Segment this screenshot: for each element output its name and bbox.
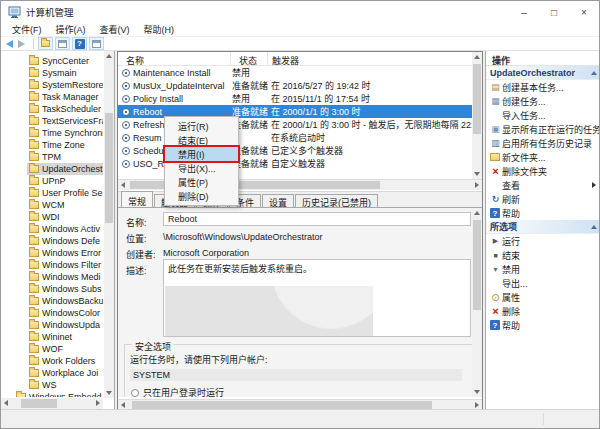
- context-menu-item[interactable]: 运行(R): [165, 119, 238, 133]
- scroll-down-icon[interactable]: [104, 388, 114, 398]
- tree-item-label: Workplace Joi: [42, 368, 98, 378]
- help-tool-button[interactable]: ?: [72, 37, 87, 50]
- action-item[interactable]: 显示所有正在运行的任务: [486, 122, 600, 136]
- task-row[interactable]: MusUx_UpdateInterval 准备就绪 在 2016/5/27 的 …: [118, 79, 472, 92]
- tree-item[interactable]: User Profile Se: [1, 187, 103, 199]
- scroll-thumb[interactable]: [21, 399, 57, 408]
- tree-item[interactable]: SyncCenter: [1, 55, 103, 67]
- tree-item[interactable]: Sysmain: [1, 67, 103, 79]
- tree-item[interactable]: Windows Defe: [1, 235, 103, 247]
- menu-item[interactable]: 文件(F): [5, 23, 49, 36]
- tree-item[interactable]: Work Folders: [1, 355, 103, 367]
- tree-item[interactable]: WindowsColor: [1, 307, 103, 319]
- tree-item[interactable]: TextServicesFra: [1, 115, 103, 127]
- details-vertical-scrollbar[interactable]: [472, 208, 482, 397]
- action-item[interactable]: 删除: [486, 304, 600, 318]
- details-tab[interactable]: 常规: [121, 191, 153, 207]
- tree-item[interactable]: Windows Embedd: [1, 391, 103, 397]
- menu-item[interactable]: 操作(A): [49, 23, 93, 36]
- tree-item[interactable]: WCM: [1, 199, 103, 211]
- column-header-trigger[interactable]: 触发器: [268, 52, 482, 65]
- tree-item[interactable]: Windows Activ: [1, 223, 103, 235]
- close-button[interactable]: ×: [569, 1, 599, 23]
- action-item[interactable]: 禁用: [486, 262, 600, 276]
- tree-horizontal-scrollbar[interactable]: [1, 398, 103, 409]
- tree-item[interactable]: WS: [1, 379, 103, 391]
- scroll-down-icon[interactable]: [472, 387, 482, 397]
- task-row[interactable]: Policy Install 禁用 在 2015/11/1 的 17:54 时: [118, 92, 472, 105]
- scroll-right-icon[interactable]: [93, 398, 103, 408]
- name-field[interactable]: Reboot: [163, 212, 471, 226]
- description-field[interactable]: 此任务在更新安装后触发系统重启。: [163, 259, 471, 337]
- tree-item[interactable]: WindowsBacku: [1, 295, 103, 307]
- details-tab[interactable]: 历史记录(已禁用): [295, 194, 378, 207]
- column-header-status[interactable]: 状态: [231, 52, 268, 65]
- details-tab[interactable]: 设置: [262, 194, 294, 207]
- tree-item[interactable]: SystemRestore: [1, 79, 103, 91]
- action-item[interactable]: 帮助: [486, 206, 600, 220]
- action-item[interactable]: 启用所有任务历史记录: [486, 136, 600, 150]
- tree-item[interactable]: Task Manager: [1, 91, 103, 103]
- maximize-button[interactable]: □: [539, 1, 569, 23]
- scroll-thumb[interactable]: [473, 220, 481, 310]
- context-menu-item[interactable]: 属性(P): [165, 175, 238, 189]
- tree-item[interactable]: UpdateOrchest: [1, 163, 103, 175]
- minimize-button[interactable]: –: [509, 1, 539, 23]
- context-menu-item[interactable]: 禁用(I): [165, 147, 238, 161]
- scroll-down-icon[interactable]: [472, 169, 482, 179]
- action-item[interactable]: 创建任务...: [486, 94, 600, 108]
- tree-item[interactable]: Windows Filter: [1, 259, 103, 271]
- column-header-name[interactable]: 名称: [118, 52, 231, 65]
- radio-logged-on-only[interactable]: 只在用户登录时运行: [131, 386, 224, 397]
- actions-section-header-updateorchestrator[interactable]: UpdateOrchestrator: [486, 66, 600, 80]
- menu-item[interactable]: 查看(V): [93, 23, 137, 36]
- scroll-left-icon[interactable]: [118, 180, 128, 190]
- tree-item[interactable]: Windows Error: [1, 247, 103, 259]
- tree-item[interactable]: TaskScheduler: [1, 103, 103, 115]
- action-item[interactable]: 运行: [486, 234, 600, 248]
- tree-item[interactable]: WOF: [1, 343, 103, 355]
- context-menu-item[interactable]: 结束(E): [165, 133, 238, 147]
- actions-section-header-selected-item[interactable]: 所选项: [486, 220, 600, 234]
- action-item[interactable]: 属性: [486, 290, 600, 304]
- action-item[interactable]: 删除文件夹: [486, 164, 600, 178]
- action-item[interactable]: 帮助: [486, 318, 600, 332]
- view-pane-button[interactable]: [89, 37, 104, 50]
- tree-item[interactable]: Wininet: [1, 331, 103, 343]
- scroll-up-icon[interactable]: [472, 208, 482, 218]
- scroll-thumb[interactable]: [473, 64, 481, 134]
- context-menu-item[interactable]: 导出(X)...: [165, 161, 238, 175]
- tree-item[interactable]: Windows Medi: [1, 271, 103, 283]
- tree-item[interactable]: Time Zone: [1, 139, 103, 151]
- scroll-left-icon[interactable]: [1, 398, 11, 408]
- scroll-thumb[interactable]: [105, 113, 113, 223]
- tree-item[interactable]: TPM: [1, 151, 103, 163]
- list-vertical-scrollbar[interactable]: [472, 52, 482, 179]
- action-item[interactable]: 刷新: [486, 192, 600, 206]
- tree-item[interactable]: UPnP: [1, 175, 103, 187]
- tree-vertical-scrollbar[interactable]: [104, 51, 114, 398]
- action-item[interactable]: 查看: [486, 178, 600, 192]
- tree-item[interactable]: Workplace Joi: [1, 367, 103, 379]
- action-item[interactable]: 导出...: [486, 276, 600, 290]
- action-item[interactable]: 结束: [486, 248, 600, 262]
- tree-item[interactable]: Windows Subs: [1, 283, 103, 295]
- action-item[interactable]: 导入任务...: [486, 108, 600, 122]
- tree-item[interactable]: Time Synchroni: [1, 127, 103, 139]
- tree-item[interactable]: WDI: [1, 211, 103, 223]
- back-icon[interactable]: [6, 40, 13, 48]
- scroll-thumb[interactable]: [132, 401, 432, 409]
- folder-tool-button[interactable]: [38, 37, 53, 50]
- console-tree-button[interactable]: [55, 37, 70, 50]
- menu-item[interactable]: 帮助(H): [137, 23, 182, 36]
- tree-item[interactable]: WindowsUpda: [1, 319, 103, 331]
- scroll-up-icon[interactable]: [472, 52, 482, 62]
- context-menu-item[interactable]: 删除(D): [165, 189, 238, 203]
- forward-icon[interactable]: [18, 40, 25, 48]
- action-item[interactable]: 创建基本任务...: [486, 80, 600, 94]
- action-item-label: 刷新: [502, 193, 520, 206]
- scroll-up-icon[interactable]: [104, 51, 114, 61]
- task-row[interactable]: Maintenance Install 禁用: [118, 66, 472, 79]
- scroll-right-icon[interactable]: [472, 180, 482, 190]
- action-item[interactable]: 新文件夹...: [486, 150, 600, 164]
